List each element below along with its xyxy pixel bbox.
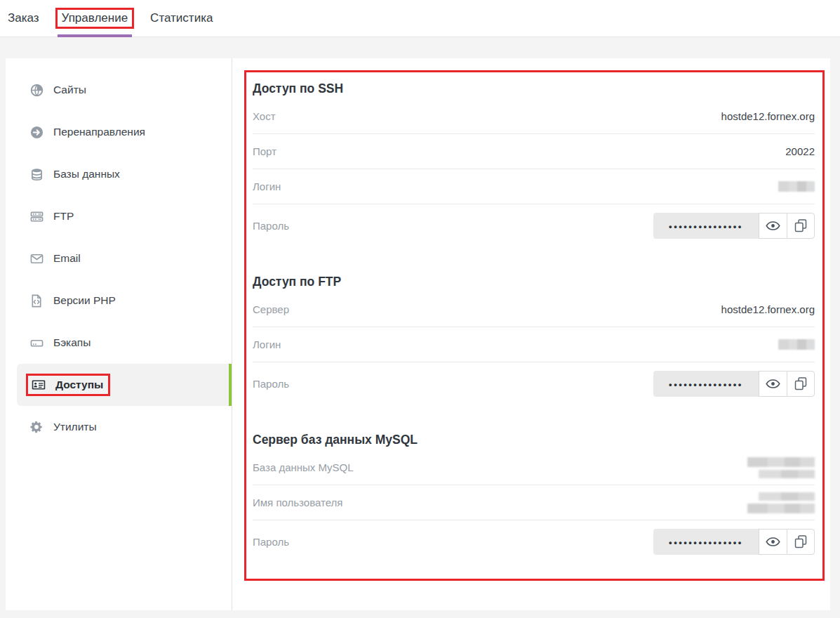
gear-icon: [29, 420, 44, 434]
copy-password-button[interactable]: [787, 371, 815, 397]
field-row-username: Имя пользователя: [253, 485, 815, 520]
field-row-mysql-database: База данных MySQL: [253, 450, 815, 485]
section-mysql-server: Сервер баз данных MySQL База данных MySQ…: [253, 433, 815, 563]
show-password-button[interactable]: [759, 213, 787, 239]
field-row-host: Хост hostde12.fornex.org: [253, 99, 815, 134]
top-tab-bar: Заказ Управление Статистика: [0, 0, 840, 37]
active-tab-underline: [58, 34, 133, 37]
tab-management[interactable]: Управление: [60, 0, 131, 37]
sidebar-item-databases[interactable]: Базы данных: [6, 153, 232, 195]
field-label: Порт: [253, 145, 276, 157]
field-value: hostde12.fornex.org: [721, 303, 815, 315]
sidebar-item-label: Бэкапы: [53, 336, 91, 349]
field-row-password: Пароль •••••••••••••••: [253, 362, 815, 405]
annotation-box: Доступы: [26, 374, 110, 396]
field-label: Пароль: [253, 378, 289, 390]
content-area: Доступ по SSH Хост hostde12.fornex.org П…: [232, 58, 830, 610]
field-value: hostde12.fornex.org: [721, 110, 815, 122]
sidebar-item-email[interactable]: Email: [6, 237, 232, 280]
section-title: Сервер баз данных MySQL: [253, 433, 815, 447]
field-label: База данных MySQL: [253, 461, 354, 473]
redacted-value: [778, 339, 815, 350]
section-title: Доступ по SSH: [253, 81, 815, 96]
copy-password-button[interactable]: [787, 529, 815, 555]
file-code-icon: [29, 294, 44, 308]
show-password-button[interactable]: [759, 529, 787, 555]
field-row-port: Порт 20022: [253, 134, 815, 169]
sidebar-item-label: Утилиты: [53, 421, 97, 433]
field-value: 20022: [785, 145, 815, 157]
tab-label: Заказ: [7, 10, 40, 27]
field-label: Логин: [253, 338, 281, 350]
password-control: •••••••••••••••: [653, 213, 815, 239]
tab-label: Управление: [55, 8, 135, 29]
field-row-login: Логин: [253, 169, 815, 204]
sidebar-item-ftp[interactable]: FTP: [6, 195, 232, 237]
sidebar-item-accesses[interactable]: Доступы: [17, 364, 232, 406]
show-password-button[interactable]: [759, 371, 787, 397]
field-row-password: Пароль •••••••••••••••: [253, 520, 815, 563]
sidebar-item-label: FTP: [53, 210, 74, 223]
sidebar-item-label: Версии PHP: [53, 294, 116, 307]
sidebar-item-label: Доступы: [55, 379, 103, 391]
id-card-icon: [32, 378, 46, 392]
main-panel: Сайты Перенаправления Базы данных FTP Em: [6, 58, 830, 610]
sidebar-item-label: Базы данных: [53, 168, 120, 180]
sidebar: Сайты Перенаправления Базы данных FTP Em: [6, 58, 232, 610]
redacted-value: [747, 492, 815, 513]
field-row-login: Логин: [253, 327, 815, 362]
sidebar-item-php-versions[interactable]: Версии PHP: [6, 280, 232, 322]
sidebar-item-label: Перенаправления: [53, 126, 145, 138]
redacted-value: [747, 457, 815, 478]
section-ftp-access: Доступ по FTP Сервер hostde12.fornex.org…: [253, 275, 815, 405]
password-control: •••••••••••••••: [653, 371, 815, 397]
field-row-server: Сервер hostde12.fornex.org: [253, 292, 815, 327]
redirect-arrow-icon: [29, 125, 44, 139]
field-label: Хост: [253, 110, 276, 122]
database-icon: [29, 167, 44, 181]
sidebar-item-label: Сайты: [53, 84, 86, 96]
redacted-value: [778, 181, 815, 192]
sidebar-item-utilities[interactable]: Утилиты: [6, 406, 232, 448]
field-row-password: Пароль •••••••••••••••: [253, 204, 815, 246]
field-label: Пароль: [253, 536, 289, 548]
sidebar-item-backups[interactable]: Бэкапы: [6, 322, 232, 364]
sidebar-item-redirects[interactable]: Перенаправления: [6, 111, 232, 153]
hard-drive-icon: [29, 336, 44, 350]
tab-label: Статистика: [149, 10, 213, 27]
globe-icon: [29, 83, 44, 97]
field-label: Сервер: [253, 303, 289, 315]
section-ssh-access: Доступ по SSH Хост hostde12.fornex.org П…: [253, 81, 815, 246]
tab-order[interactable]: Заказ: [7, 0, 40, 37]
server-icon: [29, 209, 44, 223]
field-label: Пароль: [253, 220, 289, 232]
section-title: Доступ по FTP: [253, 275, 815, 289]
annotation-box: Доступ по SSH Хост hostde12.fornex.org П…: [244, 70, 825, 581]
sidebar-item-sites[interactable]: Сайты: [6, 69, 232, 111]
copy-password-button[interactable]: [787, 213, 815, 239]
tab-statistics[interactable]: Статистика: [149, 0, 213, 37]
sidebar-item-label: Email: [53, 252, 81, 265]
field-label: Имя пользователя: [253, 497, 342, 508]
masked-password-field: •••••••••••••••: [653, 371, 759, 397]
field-label: Логин: [253, 180, 281, 192]
masked-password-field: •••••••••••••••: [653, 529, 759, 555]
masked-password-field: •••••••••••••••: [653, 213, 759, 239]
envelope-icon: [29, 251, 44, 265]
password-control: •••••••••••••••: [653, 529, 815, 555]
